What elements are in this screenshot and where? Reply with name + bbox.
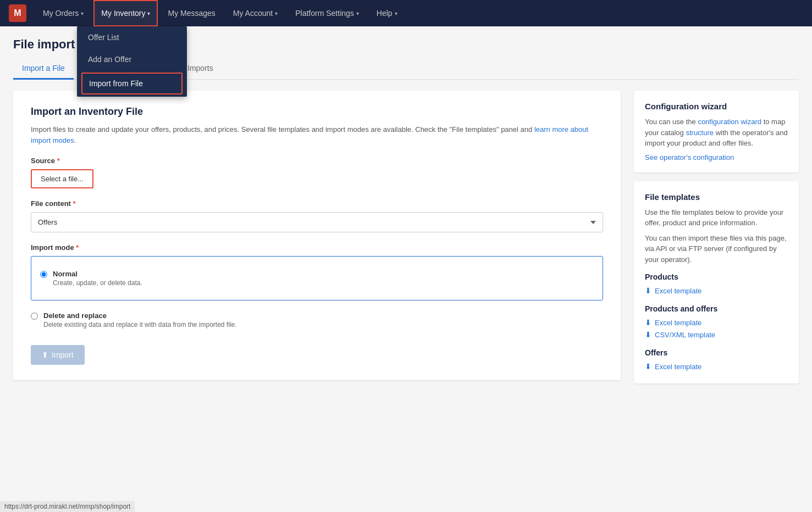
navbar: M My Orders ▾ My Inventory ▾ My Messages… <box>0 0 812 26</box>
nav-items: My Orders ▾ My Inventory ▾ My Messages M… <box>35 0 405 26</box>
nav-item-platform-settings[interactable]: Platform Settings ▾ <box>288 0 367 26</box>
import-mode-normal-box: Normal Create, update, or delete data. <box>31 256 603 300</box>
import-mode-normal-option: Normal Create, update, or delete data. <box>40 264 594 292</box>
required-star-3: * <box>76 243 79 252</box>
chevron-down-icon: ▾ <box>275 10 278 16</box>
import-mode-group: Import mode * Normal Create, update, or … <box>31 243 603 334</box>
import-panel-title: Import an Inventory File <box>31 106 603 118</box>
import-description: Import files to create and update your o… <box>31 124 603 146</box>
source-group: Source * Select a file... <box>31 157 603 188</box>
see-operator-config-link[interactable]: See operator's configuration <box>645 153 788 162</box>
content-row: Import an Inventory File Import files to… <box>13 91 799 383</box>
import-mode-delete-radio[interactable] <box>31 313 38 320</box>
file-templates-card: File templates Use the file templates be… <box>634 181 799 384</box>
import-mode-delete-option: Delete and replace Delete existing data … <box>31 306 603 334</box>
chevron-down-icon: ▾ <box>395 10 397 16</box>
products-excel-link[interactable]: ⬇ Excel template <box>645 285 788 297</box>
file-content-group: File content * Offers Products Products … <box>31 199 603 232</box>
config-wizard-card: Configuration wizard You can use the con… <box>634 91 799 172</box>
products-section-title: Products <box>645 272 788 281</box>
nav-item-my-inventory[interactable]: My Inventory ▾ <box>93 0 158 26</box>
nav-item-my-account[interactable]: My Account ▾ <box>225 0 285 26</box>
offers-section-title: Offers <box>645 348 788 357</box>
main-panel: Import an Inventory File Import files to… <box>13 91 621 380</box>
chevron-down-icon: ▾ <box>81 10 84 16</box>
source-label: Source * <box>31 157 603 165</box>
file-content-select[interactable]: Offers Products Products and offers Pric… <box>31 212 603 232</box>
config-wizard-title: Configuration wizard <box>645 102 788 111</box>
required-star: * <box>57 157 60 165</box>
products-offers-csv-link[interactable]: ⬇ CSV/XML template <box>645 329 788 341</box>
download-icon: ⬇ <box>645 286 651 295</box>
file-templates-title: File templates <box>645 192 788 202</box>
dropdown-item-offer-list[interactable]: Offer List <box>77 26 187 48</box>
download-icon: ⬇ <box>645 330 651 339</box>
download-icon: ⬇ <box>645 362 651 371</box>
nav-item-help[interactable]: Help ▾ <box>369 0 405 26</box>
file-select-button[interactable]: Select a file... <box>31 169 93 188</box>
config-wizard-link[interactable]: configuration wizard <box>698 118 761 126</box>
offers-excel-link[interactable]: ⬇ Excel template <box>645 360 788 372</box>
chevron-down-icon: ▾ <box>356 10 359 16</box>
inventory-dropdown: Offer List Add an Offer Import from File <box>77 26 187 97</box>
side-panel: Configuration wizard You can use the con… <box>634 91 799 383</box>
structure-link[interactable]: structure <box>686 129 714 137</box>
import-mode-label: Import mode * <box>31 243 603 252</box>
tab-import-a-file[interactable]: Import a File <box>13 58 74 80</box>
dropdown-item-add-offer[interactable]: Add an Offer <box>77 48 187 70</box>
import-button[interactable]: ⬆ Import <box>31 345 85 365</box>
file-templates-desc1: Use the file templates below to provide … <box>645 207 788 229</box>
nav-item-my-orders[interactable]: My Orders ▾ <box>35 0 91 26</box>
required-star-2: * <box>73 199 76 208</box>
download-icon: ⬇ <box>645 318 651 327</box>
config-wizard-text: You can use the configuration wizard to … <box>645 116 788 149</box>
import-mode-delete-desc: Delete existing data and replace it with… <box>43 321 237 329</box>
upload-icon: ⬆ <box>42 350 48 359</box>
brand-logo: M <box>9 4 26 22</box>
products-offers-excel-link[interactable]: ⬇ Excel template <box>645 316 788 329</box>
chevron-down-icon: ▾ <box>147 10 150 16</box>
import-mode-normal-radio[interactable] <box>40 271 47 278</box>
products-offers-section-title: Products and offers <box>645 304 788 313</box>
nav-item-my-messages[interactable]: My Messages <box>160 0 223 26</box>
file-content-label: File content * <box>31 199 603 208</box>
import-mode-normal-label: Normal <box>53 270 142 278</box>
file-templates-desc2: You can then import these files via this… <box>645 233 788 265</box>
import-mode-normal-desc: Create, update, or delete data. <box>53 279 142 287</box>
dropdown-item-import-from-file[interactable]: Import from File <box>81 73 183 94</box>
import-mode-delete-label: Delete and replace <box>43 311 237 320</box>
